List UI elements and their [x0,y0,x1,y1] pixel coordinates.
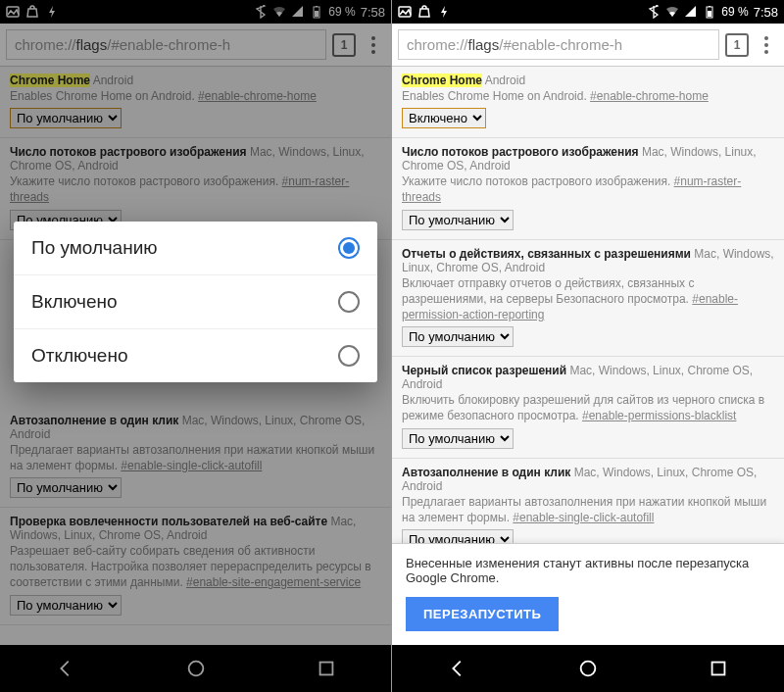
restart-bar: Внесенные изменения станут активны после… [392,543,784,645]
option-default[interactable]: По умолчанию [14,222,377,275]
signal-icon [684,5,698,19]
home-icon[interactable] [577,658,599,679]
battery-icon [703,5,716,19]
flag-title: Черный список разрешений [402,364,566,377]
flag-title: Chrome Home [402,74,482,87]
flag-raster-threads: Число потоков растрового изображения Mac… [392,138,784,239]
select-dialog: По умолчанию Включено Отключено [14,222,377,382]
flag-title: Число потоков растрового изображения [402,145,639,159]
tab-count-button[interactable]: 1 [725,33,749,57]
flag-select[interactable]: По умолчанию [402,210,514,230]
flag-desc: Включить блокировку разрешений для сайто… [402,392,774,423]
flag-select[interactable]: По умолчанию [402,428,514,449]
flag-link[interactable]: #enable-single-click-autofill [513,511,654,524]
back-icon[interactable] [447,658,468,679]
svg-point-10 [581,662,596,676]
flag-link[interactable]: #enable-permissions-blacklist [582,409,736,422]
option-enabled[interactable]: Включено [14,275,377,329]
shop-icon [417,5,431,19]
flag-select[interactable]: По умолчанию [402,326,514,347]
flag-permission-reporting: Отчеты о действиях, связанных с разрешен… [392,240,784,358]
flag-title: Автозаполнение в один клик [402,466,570,479]
flag-select[interactable]: Включено [402,108,486,128]
menu-icon[interactable] [755,36,778,54]
restart-button[interactable]: ПЕРЕЗАПУСТИТЬ [406,597,559,631]
flag-desc: Предлагает варианты автозаполнения при н… [402,494,774,525]
flag-chrome-home: Chrome Home Android Enables Chrome Home … [392,67,784,138]
flag-desc: Укажите число потоков растрового изображ… [402,173,774,205]
flag-link[interactable]: #enable-chrome-home [590,89,709,103]
browser-toolbar: chrome://flags/#enable-chrome-h 1 [392,24,784,67]
radio-icon [338,345,360,367]
bolt-icon [437,5,451,19]
battery-text: 69 % [721,5,748,19]
wifi-icon [665,5,679,19]
svg-rect-9 [708,11,711,17]
svg-rect-8 [709,6,710,7]
flag-permissions-blacklist: Черный список разрешений Mac, Windows, L… [392,357,784,458]
flag-desc: Enables Chrome Home on Android. #enable-… [402,88,774,104]
url-bar[interactable]: chrome://flags/#enable-chrome-h [398,29,719,60]
flag-title: Отчеты о действиях, связанных с разрешен… [402,247,691,261]
recent-icon[interactable] [708,658,729,679]
restart-message: Внесенные изменения станут активны после… [406,556,770,585]
screen-right: 69 % 7:58 chrome://flags/#enable-chrome-… [392,0,784,692]
radio-icon [338,291,360,313]
status-bar: 69 % 7:58 [392,0,784,24]
radio-icon [338,237,360,259]
option-disabled[interactable]: Отключено [14,329,377,382]
clock: 7:58 [754,5,778,20]
screen-left: 69 % 7:58 chrome://flags/#enable-chrome-… [0,0,392,692]
bluetooth-icon [647,5,661,19]
flag-desc: Включает отправку отчетов о действиях, с… [402,275,774,323]
image-icon [398,5,412,19]
nav-bar [392,645,784,692]
svg-rect-11 [712,663,725,675]
